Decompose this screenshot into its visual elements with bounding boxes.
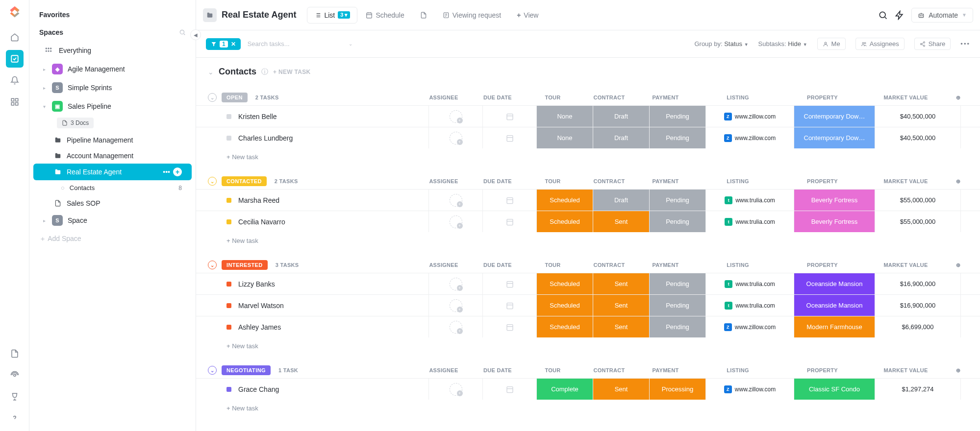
add-column-icon[interactable]: ⊕ [949,178,968,185]
sidebar-item-pipeline-management[interactable]: Pipeline Management [33,132,192,148]
listing-cell[interactable]: twww.trulia.com [705,295,794,316]
subtasks-dropdown[interactable]: Subtasks: Hide ▼ [758,40,807,48]
duedate-cell[interactable] [482,295,536,316]
property-cell[interactable]: Oceanside Mansion [794,273,875,294]
view-tab-Schedule[interactable]: Schedule [358,7,411,24]
sidebar-space-simple-sprints[interactable]: ▸SSimple Sprints [33,78,192,97]
contract-cell[interactable]: Draft [593,106,649,127]
duedate-cell[interactable] [482,316,536,337]
tour-cell[interactable]: Scheduled [536,211,593,232]
sidebar-everything[interactable]: Everything [33,41,192,60]
new-task-button[interactable]: + New task [196,232,980,249]
status-badge[interactable]: NEGOTIATING [222,365,271,375]
property-cell[interactable]: Classic SF Condo [794,379,875,400]
rail-tasks-icon[interactable] [6,50,24,68]
tour-cell[interactable]: Complete [536,379,593,400]
sidebar-item-sales-sop[interactable]: Sales SOP [33,195,192,211]
assignee-cell[interactable] [428,295,482,316]
listing-cell[interactable]: twww.trulia.com [705,190,794,211]
status-badge[interactable]: CONTACTED [222,176,267,186]
rail-help-icon[interactable] [6,409,24,427]
contract-cell[interactable]: Sent [593,295,649,316]
tour-cell[interactable]: None [536,127,593,148]
sidebar-list-contacts[interactable]: ○Contacts8 [33,180,192,195]
payment-cell[interactable]: Processing [649,379,705,400]
rail-pulse-icon[interactable] [6,366,24,384]
add-column-icon[interactable]: ⊕ [949,95,968,101]
close-icon[interactable]: ✕ [231,41,236,48]
collapse-icon[interactable]: ⌄ [208,68,214,76]
tour-cell[interactable]: Scheduled [536,295,593,316]
value-cell[interactable]: $55,000,000 [875,190,960,211]
duedate-cell[interactable] [482,379,536,400]
more-icon[interactable]: ••• [960,40,970,48]
value-cell[interactable]: $1,297,274 [875,379,960,400]
new-task-button[interactable]: + New task [196,148,980,166]
view-tab-doc[interactable] [413,7,434,24]
rail-goals-icon[interactable] [6,388,24,406]
new-task-button[interactable]: + New task [196,400,980,417]
sidebar-item-account-management[interactable]: Account Management [33,148,192,164]
filter-chip[interactable]: 1 ✕ [206,38,241,50]
property-cell[interactable]: Oceanside Mansion [794,295,875,316]
contract-cell[interactable]: Sent [593,211,649,232]
property-cell[interactable]: Beverly Fortress [794,190,875,211]
add-space-button[interactable]: ＋ Add Space [29,230,196,248]
tour-cell[interactable]: Scheduled [536,190,593,211]
payment-cell[interactable]: Pending [649,211,705,232]
listing-cell[interactable]: twww.trulia.com [705,211,794,232]
payment-cell[interactable]: Pending [649,190,705,211]
duedate-cell[interactable] [482,127,536,148]
value-cell[interactable]: $16,900,000 [875,273,960,294]
collapse-icon[interactable]: ⌄ [208,366,217,375]
tour-cell[interactable]: None [536,106,593,127]
assignee-cell[interactable] [428,379,482,400]
contract-cell[interactable]: Draft [593,190,649,211]
view-tab-View[interactable]: +View [509,7,546,24]
info-icon[interactable]: ⓘ [261,68,268,76]
add-column-icon[interactable]: ⊕ [949,262,968,268]
more-icon[interactable]: ••• [163,168,170,176]
property-cell[interactable]: Contemporary Dow… [794,106,875,127]
contract-cell[interactable]: Sent [593,316,649,337]
task-row[interactable]: Grace Chang Complete Sent Processing Zww… [196,378,980,400]
plus-icon[interactable]: + [173,168,182,176]
collapse-sidebar-button[interactable]: ◀ [190,29,201,40]
value-cell[interactable]: $55,000,000 [875,211,960,232]
docs-pill[interactable]: 3 Docs [57,118,94,128]
tour-cell[interactable]: Scheduled [536,316,593,337]
task-row[interactable]: Ashley James Scheduled Sent Pending Zwww… [196,316,980,337]
contract-cell[interactable]: Sent [593,379,649,400]
assignee-cell[interactable] [428,273,482,294]
view-tab-List[interactable]: List3 ▾ [307,7,357,24]
sidebar-favorites-header[interactable]: Favorites [29,6,196,24]
task-row[interactable]: Marsha Reed Scheduled Draft Pending twww… [196,189,980,211]
status-badge[interactable]: INTERESTED [222,260,268,270]
app-logo-icon[interactable] [8,5,22,19]
duedate-cell[interactable] [482,211,536,232]
property-cell[interactable]: Modern Farmhouse [794,316,875,337]
share-button[interactable]: Share [914,38,951,50]
search-icon[interactable] [179,29,186,36]
groupby-dropdown[interactable]: Group by: Status ▼ [694,40,748,48]
duedate-cell[interactable] [482,273,536,294]
search-input[interactable]: Search tasks... ⌄ [248,40,355,48]
task-row[interactable]: Marvel Watson Scheduled Sent Pending tww… [196,294,980,316]
collapse-icon[interactable]: ⌄ [208,93,217,102]
sidebar-space-agile-management[interactable]: ▸◆Agile Management [33,60,192,78]
new-task-button[interactable]: + New task [196,337,980,355]
rail-dashboards-icon[interactable] [6,93,24,111]
rail-notifications-icon[interactable] [6,72,24,89]
me-button[interactable]: Me [817,38,846,50]
assignees-button[interactable]: Assignees [855,38,905,50]
task-row[interactable]: Cecilia Navarro Scheduled Sent Pending t… [196,211,980,232]
payment-cell[interactable]: Pending [649,295,705,316]
task-row[interactable]: Charles Lundberg None Draft Pending Zwww… [196,127,980,148]
sidebar-space-space[interactable]: ▸SSpace [33,211,192,230]
duedate-cell[interactable] [482,106,536,127]
contract-cell[interactable]: Draft [593,127,649,148]
payment-cell[interactable]: Pending [649,273,705,294]
value-cell[interactable]: $40,500,000 [875,127,960,148]
automate-button[interactable]: Automate ▼ [911,8,973,23]
collapse-icon[interactable]: ⌄ [208,177,217,186]
